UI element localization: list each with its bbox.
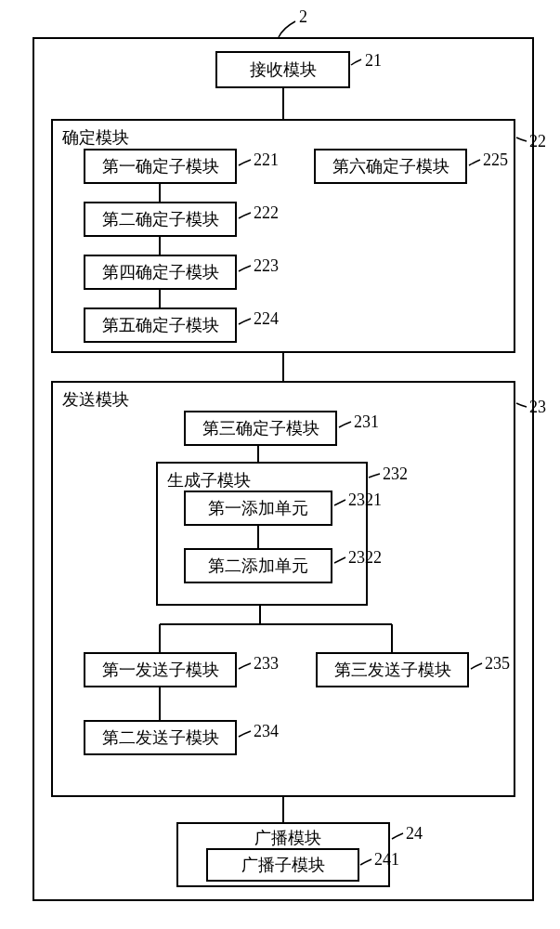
gen-unit1: 第一添加单元 (184, 491, 332, 526)
gen-submodule: 生成子模块 (156, 462, 368, 606)
broadcast-sub-label: 广播子模块 (241, 854, 325, 876)
send-sub3-send: 第三发送子模块 (316, 652, 469, 687)
broadcast-sub-id: 241 (374, 850, 399, 870)
determine-sub1-label: 第一确定子模块 (102, 155, 219, 177)
receive-module: 接收模块 (215, 51, 350, 88)
send-sub3-label: 第三确定子模块 (202, 417, 319, 439)
gen-unit2-id: 2322 (348, 548, 382, 568)
determine-sub4-label: 第四确定子模块 (102, 261, 219, 283)
determine-title: 确定模块 (62, 126, 514, 149)
determine-sub5: 第五确定子模块 (84, 307, 237, 343)
determine-sub6: 第六确定子模块 (314, 149, 467, 184)
gen-id-label: 232 (383, 464, 408, 484)
determine-sub2: 第二确定子模块 (84, 202, 237, 237)
send-id-label: 23 (529, 398, 546, 417)
gen-unit2-label: 第二添加单元 (208, 555, 308, 577)
determine-sub4-id: 223 (254, 256, 279, 276)
send-sub2-send-label: 第二发送子模块 (102, 726, 219, 749)
gen-title: 生成子模块 (167, 469, 366, 491)
system-id-label: 2 (299, 7, 307, 27)
send-sub3-send-label: 第三发送子模块 (334, 659, 451, 681)
receive-id-label: 21 (365, 51, 382, 71)
determine-sub2-label: 第二确定子模块 (102, 208, 219, 230)
broadcast-title: 广播模块 (254, 827, 321, 849)
send-sub2-send: 第二发送子模块 (84, 720, 237, 755)
send-sub3: 第三确定子模块 (184, 411, 337, 446)
determine-sub2-id: 222 (254, 203, 279, 223)
gen-unit1-id: 2321 (348, 491, 382, 510)
send-sub3-id: 231 (354, 412, 379, 432)
determine-sub5-label: 第五确定子模块 (102, 314, 219, 336)
send-title: 发送模块 (62, 388, 514, 411)
determine-sub1-id: 221 (254, 150, 279, 170)
determine-sub6-label: 第六确定子模块 (332, 155, 449, 177)
send-sub1-id: 233 (254, 654, 279, 674)
broadcast-sub: 广播子模块 (206, 848, 359, 882)
gen-unit2: 第二添加单元 (184, 548, 332, 583)
send-sub2-send-id: 234 (254, 722, 279, 741)
send-sub3-send-id: 235 (485, 654, 510, 674)
determine-sub1: 第一确定子模块 (84, 149, 237, 184)
send-sub1: 第一发送子模块 (84, 652, 237, 687)
determine-sub6-id: 225 (483, 150, 508, 170)
determine-sub5-id: 224 (254, 309, 279, 329)
broadcast-id: 24 (406, 824, 423, 844)
determine-id-label: 22 (529, 132, 546, 151)
receive-label: 接收模块 (250, 59, 317, 81)
gen-unit1-label: 第一添加单元 (208, 497, 308, 519)
send-sub1-label: 第一发送子模块 (102, 659, 219, 681)
determine-sub4: 第四确定子模块 (84, 255, 237, 290)
